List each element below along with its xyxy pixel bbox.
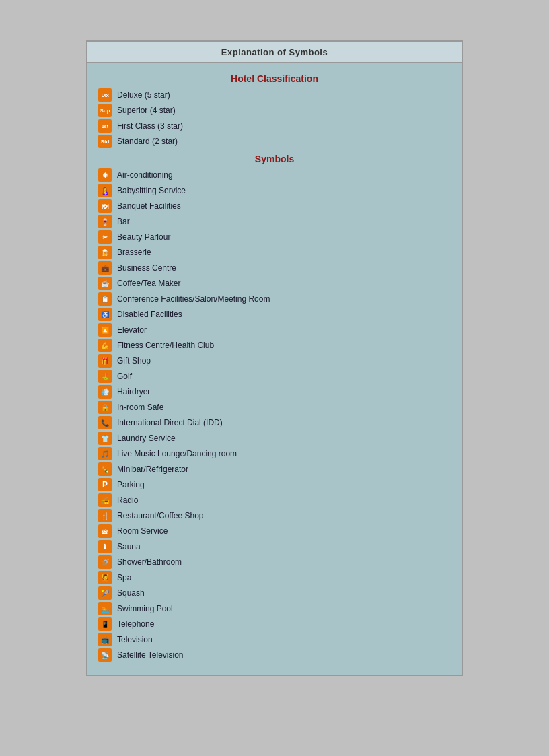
- deluxe-icon: Dlx: [98, 88, 112, 102]
- beauty-icon: ✂: [98, 230, 112, 244]
- list-item: 🛎Room Service: [98, 524, 451, 538]
- list-item: PParking: [98, 478, 451, 491]
- first-class-label: First Class (3 star): [117, 121, 183, 131]
- list-item: 💪Fitness Centre/Health Club: [98, 339, 451, 352]
- spa-icon: 💆: [98, 571, 112, 584]
- fitness-icon: 💪: [98, 339, 112, 352]
- shower-label: Shower/Bathroom: [117, 557, 182, 567]
- list-item: 🍽Banquet Facilities: [98, 199, 451, 213]
- list-item: 🍺Brasserie: [98, 246, 451, 259]
- hotel-classification-title: Hotel Classification: [98, 73, 451, 84]
- list-item: 💨Hairdryer: [98, 385, 451, 399]
- disabled-icon: ♿: [98, 308, 112, 321]
- symbols-section: ❄Air-conditioning🤱Babysitting Service🍽Ba…: [98, 168, 451, 662]
- superior-icon: Sup: [98, 104, 112, 117]
- fitness-label: Fitness Centre/Health Club: [117, 341, 214, 350]
- bar-label: Bar: [117, 217, 130, 226]
- list-item: ☕Coffee/Tea Maker: [98, 277, 451, 290]
- shower-icon: 🚿: [98, 555, 112, 569]
- list-item: ✂Beauty Parlour: [98, 230, 451, 244]
- coffee-label: Coffee/Tea Maker: [117, 279, 181, 288]
- list-item: 🍾Minibar/Refrigerator: [98, 462, 451, 476]
- spa-label: Spa: [117, 573, 131, 582]
- list-item: 🍷Bar: [98, 215, 451, 228]
- conference-label: Conference Facilities/Salon/Meeting Room: [117, 294, 270, 304]
- ac-label: Air-conditioning: [117, 170, 173, 180]
- minibar-icon: 🍾: [98, 462, 112, 476]
- telephone-label: Telephone: [117, 619, 154, 629]
- tv-icon: 📺: [98, 633, 112, 646]
- banquet-label: Banquet Facilities: [117, 201, 181, 211]
- radio-icon: 📻: [98, 493, 112, 507]
- first-class-icon: 1st: [98, 119, 112, 133]
- superior-label: Superior (4 star): [117, 106, 176, 115]
- safe-label: In-room Safe: [117, 403, 163, 412]
- sauna-label: Sauna: [117, 542, 141, 551]
- satellite-icon: 📡: [98, 648, 112, 662]
- list-item: 🚿Shower/Bathroom: [98, 555, 451, 569]
- list-item: ♿Disabled Facilities: [98, 308, 451, 321]
- list-item: 📞International Direct Dial (IDD): [98, 416, 451, 429]
- sauna-icon: 🌡: [98, 540, 112, 553]
- list-item: 📺Television: [98, 633, 451, 646]
- hair-label: Hairdryer: [117, 387, 150, 397]
- list-item: 🏊Swimming Pool: [98, 602, 451, 615]
- safe-icon: 🔒: [98, 401, 112, 414]
- elevator-label: Elevator: [117, 325, 147, 335]
- restaurant-icon: 🍴: [98, 509, 112, 522]
- squash-icon: 🎾: [98, 586, 112, 600]
- brasserie-icon: 🍺: [98, 246, 112, 259]
- beauty-label: Beauty Parlour: [117, 232, 170, 242]
- parking-icon: P: [98, 478, 112, 491]
- list-item: 🔼Elevator: [98, 323, 451, 337]
- list-item: 💆Spa: [98, 571, 451, 584]
- baby-label: Babysitting Service: [117, 186, 186, 195]
- content: Hotel Classification Dlx Deluxe (5 star)…: [87, 63, 462, 675]
- list-item: 📡Satellite Television: [98, 648, 451, 662]
- satellite-label: Satellite Television: [117, 650, 184, 660]
- gift-label: Gift Shop: [117, 356, 151, 366]
- restaurant-label: Restaurant/Coffee Shop: [117, 511, 204, 520]
- list-item: 1st First Class (3 star): [98, 119, 451, 133]
- classification-section: Dlx Deluxe (5 star) Sup Superior (4 star…: [98, 88, 451, 148]
- pool-icon: 🏊: [98, 602, 112, 615]
- gift-icon: 🎁: [98, 354, 112, 368]
- music-icon: 🎵: [98, 447, 112, 460]
- laundry-icon: 👕: [98, 432, 112, 445]
- disabled-label: Disabled Facilities: [117, 310, 182, 319]
- list-item: Dlx Deluxe (5 star): [98, 88, 451, 102]
- list-item: 🤱Babysitting Service: [98, 184, 451, 197]
- list-item: 🌡Sauna: [98, 540, 451, 553]
- standard-icon: Std: [98, 135, 112, 148]
- list-item: 🎁Gift Shop: [98, 354, 451, 368]
- coffee-icon: ☕: [98, 277, 112, 290]
- list-item: 💼Business Centre: [98, 261, 451, 275]
- list-item: Std Standard (2 star): [98, 135, 451, 148]
- symbols-title: Symbols: [98, 153, 451, 164]
- telephone-icon: 📱: [98, 617, 112, 631]
- list-item: 🎾Squash: [98, 586, 451, 600]
- list-item: 🍴Restaurant/Coffee Shop: [98, 509, 451, 522]
- bar-icon: 🍷: [98, 215, 112, 228]
- brasserie-label: Brasserie: [117, 248, 151, 257]
- laundry-label: Laundry Service: [117, 434, 176, 443]
- parking-label: Parking: [117, 480, 145, 489]
- golf-icon: ⛳: [98, 370, 112, 383]
- tv-label: Television: [117, 635, 153, 644]
- list-item: 🔒In-room Safe: [98, 401, 451, 414]
- list-item: Sup Superior (4 star): [98, 104, 451, 117]
- squash-label: Squash: [117, 588, 145, 598]
- business-icon: 💼: [98, 261, 112, 275]
- minibar-label: Minibar/Refrigerator: [117, 465, 188, 474]
- roomservice-icon: 🛎: [98, 524, 112, 538]
- idd-icon: 📞: [98, 416, 112, 429]
- idd-label: International Direct Dial (IDD): [117, 418, 223, 427]
- list-item: ⛳Golf: [98, 370, 451, 383]
- list-item: ❄Air-conditioning: [98, 168, 451, 182]
- banquet-icon: 🍽: [98, 199, 112, 213]
- pool-label: Swimming Pool: [117, 604, 173, 613]
- list-item: 📻Radio: [98, 493, 451, 507]
- roomservice-label: Room Service: [117, 526, 168, 536]
- list-item: 👕Laundry Service: [98, 432, 451, 445]
- elevator-icon: 🔼: [98, 323, 112, 337]
